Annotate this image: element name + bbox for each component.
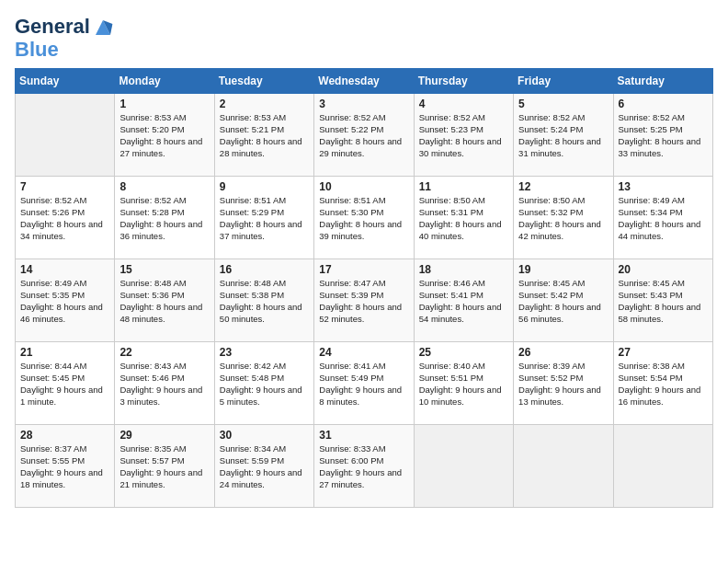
cell-info: Sunrise: 8:52 AMSunset: 5:23 PMDaylight:… xyxy=(419,112,508,159)
calendar-cell: 17Sunrise: 8:47 AMSunset: 5:39 PMDayligh… xyxy=(314,259,414,342)
calendar-week-row: 1Sunrise: 8:53 AMSunset: 5:20 PMDaylight… xyxy=(16,94,713,177)
calendar-cell: 10Sunrise: 8:51 AMSunset: 5:30 PMDayligh… xyxy=(314,177,414,259)
calendar-week-row: 7Sunrise: 8:52 AMSunset: 5:26 PMDaylight… xyxy=(16,177,713,259)
cell-info: Sunrise: 8:42 AMSunset: 5:48 PMDaylight:… xyxy=(220,361,309,408)
day-number: 18 xyxy=(419,263,508,276)
day-number: 23 xyxy=(220,346,309,359)
calendar-cell: 7Sunrise: 8:52 AMSunset: 5:26 PMDaylight… xyxy=(16,177,115,259)
day-number: 27 xyxy=(619,346,708,359)
cell-info: Sunrise: 8:50 AMSunset: 5:31 PMDaylight:… xyxy=(419,195,508,242)
day-number: 13 xyxy=(619,180,708,193)
day-number: 29 xyxy=(119,429,209,442)
day-number: 19 xyxy=(518,263,608,276)
calendar-cell: 31Sunrise: 8:33 AMSunset: 6:00 PMDayligh… xyxy=(314,425,414,508)
cell-info: Sunrise: 8:48 AMSunset: 5:36 PMDaylight:… xyxy=(119,278,209,325)
calendar-week-row: 28Sunrise: 8:37 AMSunset: 5:55 PMDayligh… xyxy=(16,425,713,508)
cell-info: Sunrise: 8:52 AMSunset: 5:24 PMDaylight:… xyxy=(518,112,608,159)
calendar-cell: 9Sunrise: 8:51 AMSunset: 5:29 PMDaylight… xyxy=(214,177,313,259)
calendar-cell: 25Sunrise: 8:40 AMSunset: 5:51 PMDayligh… xyxy=(414,342,513,425)
logo: General Blue xyxy=(15,15,114,61)
calendar-body: 1Sunrise: 8:53 AMSunset: 5:20 PMDaylight… xyxy=(16,94,713,508)
calendar-cell: 16Sunrise: 8:48 AMSunset: 5:38 PMDayligh… xyxy=(214,259,313,342)
cell-info: Sunrise: 8:45 AMSunset: 5:42 PMDaylight:… xyxy=(518,278,608,325)
calendar-cell: 4Sunrise: 8:52 AMSunset: 5:23 PMDaylight… xyxy=(414,94,513,177)
logo-blue: Blue xyxy=(15,39,114,61)
calendar-cell: 11Sunrise: 8:50 AMSunset: 5:31 PMDayligh… xyxy=(414,177,513,259)
calendar-cell: 6Sunrise: 8:52 AMSunset: 5:25 PMDaylight… xyxy=(613,94,712,177)
calendar-cell xyxy=(16,94,115,177)
calendar-cell: 27Sunrise: 8:38 AMSunset: 5:54 PMDayligh… xyxy=(613,342,712,425)
day-number: 26 xyxy=(518,346,608,359)
weekday-header-saturday: Saturday xyxy=(613,69,712,94)
day-number: 31 xyxy=(319,429,408,442)
calendar-cell: 14Sunrise: 8:49 AMSunset: 5:35 PMDayligh… xyxy=(16,259,115,342)
calendar-cell: 15Sunrise: 8:48 AMSunset: 5:36 PMDayligh… xyxy=(115,259,214,342)
day-number: 4 xyxy=(419,98,508,110)
day-number: 28 xyxy=(20,429,109,442)
calendar-cell: 5Sunrise: 8:52 AMSunset: 5:24 PMDaylight… xyxy=(514,94,613,177)
day-number: 22 xyxy=(119,346,209,359)
day-number: 3 xyxy=(319,98,408,110)
day-number: 6 xyxy=(619,98,708,110)
cell-info: Sunrise: 8:49 AMSunset: 5:35 PMDaylight:… xyxy=(20,278,109,325)
calendar-cell: 19Sunrise: 8:45 AMSunset: 5:42 PMDayligh… xyxy=(514,259,613,342)
logo-icon xyxy=(92,17,114,39)
calendar-week-row: 21Sunrise: 8:44 AMSunset: 5:45 PMDayligh… xyxy=(16,342,713,425)
cell-info: Sunrise: 8:45 AMSunset: 5:43 PMDaylight:… xyxy=(619,278,708,325)
calendar-cell: 20Sunrise: 8:45 AMSunset: 5:43 PMDayligh… xyxy=(613,259,712,342)
calendar-cell: 8Sunrise: 8:52 AMSunset: 5:28 PMDaylight… xyxy=(115,177,214,259)
cell-info: Sunrise: 8:52 AMSunset: 5:22 PMDaylight:… xyxy=(319,112,408,159)
cell-info: Sunrise: 8:46 AMSunset: 5:41 PMDaylight:… xyxy=(419,278,508,325)
cell-info: Sunrise: 8:39 AMSunset: 5:52 PMDaylight:… xyxy=(518,361,608,408)
day-number: 15 xyxy=(119,263,209,276)
weekday-header-monday: Monday xyxy=(115,69,214,94)
cell-info: Sunrise: 8:48 AMSunset: 5:38 PMDaylight:… xyxy=(220,278,309,325)
cell-info: Sunrise: 8:33 AMSunset: 6:00 PMDaylight:… xyxy=(319,443,408,490)
cell-info: Sunrise: 8:37 AMSunset: 5:55 PMDaylight:… xyxy=(20,443,109,490)
calendar-cell: 12Sunrise: 8:50 AMSunset: 5:32 PMDayligh… xyxy=(514,177,613,259)
cell-info: Sunrise: 8:52 AMSunset: 5:25 PMDaylight:… xyxy=(619,112,708,159)
cell-info: Sunrise: 8:43 AMSunset: 5:46 PMDaylight:… xyxy=(119,361,209,408)
cell-info: Sunrise: 8:34 AMSunset: 5:59 PMDaylight:… xyxy=(220,443,309,490)
calendar-cell: 18Sunrise: 8:46 AMSunset: 5:41 PMDayligh… xyxy=(414,259,513,342)
day-number: 1 xyxy=(119,98,209,110)
weekday-header-wednesday: Wednesday xyxy=(314,69,414,94)
cell-info: Sunrise: 8:53 AMSunset: 5:21 PMDaylight:… xyxy=(220,112,309,159)
cell-info: Sunrise: 8:50 AMSunset: 5:32 PMDaylight:… xyxy=(518,195,608,242)
cell-info: Sunrise: 8:35 AMSunset: 5:57 PMDaylight:… xyxy=(119,443,209,490)
calendar-cell: 29Sunrise: 8:35 AMSunset: 5:57 PMDayligh… xyxy=(115,425,214,508)
calendar-cell: 30Sunrise: 8:34 AMSunset: 5:59 PMDayligh… xyxy=(214,425,313,508)
calendar-cell xyxy=(514,425,613,508)
day-number: 24 xyxy=(319,346,408,359)
cell-info: Sunrise: 8:47 AMSunset: 5:39 PMDaylight:… xyxy=(319,278,408,325)
calendar-cell: 23Sunrise: 8:42 AMSunset: 5:48 PMDayligh… xyxy=(214,342,313,425)
day-number: 10 xyxy=(319,180,408,193)
day-number: 25 xyxy=(419,346,508,359)
cell-info: Sunrise: 8:52 AMSunset: 5:26 PMDaylight:… xyxy=(20,195,109,242)
cell-info: Sunrise: 8:51 AMSunset: 5:29 PMDaylight:… xyxy=(220,195,309,242)
calendar-cell: 26Sunrise: 8:39 AMSunset: 5:52 PMDayligh… xyxy=(514,342,613,425)
calendar-cell xyxy=(414,425,513,508)
calendar-cell: 22Sunrise: 8:43 AMSunset: 5:46 PMDayligh… xyxy=(115,342,214,425)
cell-info: Sunrise: 8:51 AMSunset: 5:30 PMDaylight:… xyxy=(319,195,408,242)
day-number: 2 xyxy=(220,98,309,110)
weekday-header-sunday: Sunday xyxy=(16,69,115,94)
weekday-header-tuesday: Tuesday xyxy=(214,69,313,94)
page-header: General Blue xyxy=(15,15,713,61)
calendar-cell: 24Sunrise: 8:41 AMSunset: 5:49 PMDayligh… xyxy=(314,342,414,425)
day-number: 12 xyxy=(518,180,608,193)
cell-info: Sunrise: 8:53 AMSunset: 5:20 PMDaylight:… xyxy=(119,112,209,159)
calendar-cell xyxy=(613,425,712,508)
day-number: 14 xyxy=(20,263,109,276)
day-number: 30 xyxy=(220,429,309,442)
calendar-cell: 28Sunrise: 8:37 AMSunset: 5:55 PMDayligh… xyxy=(16,425,115,508)
day-number: 21 xyxy=(20,346,109,359)
calendar-cell: 2Sunrise: 8:53 AMSunset: 5:21 PMDaylight… xyxy=(214,94,313,177)
day-number: 8 xyxy=(119,180,209,193)
day-number: 17 xyxy=(319,263,408,276)
cell-info: Sunrise: 8:49 AMSunset: 5:34 PMDaylight:… xyxy=(619,195,708,242)
weekday-header-friday: Friday xyxy=(514,69,613,94)
day-number: 5 xyxy=(518,98,608,110)
calendar-header-row: SundayMondayTuesdayWednesdayThursdayFrid… xyxy=(16,69,713,94)
day-number: 16 xyxy=(220,263,309,276)
